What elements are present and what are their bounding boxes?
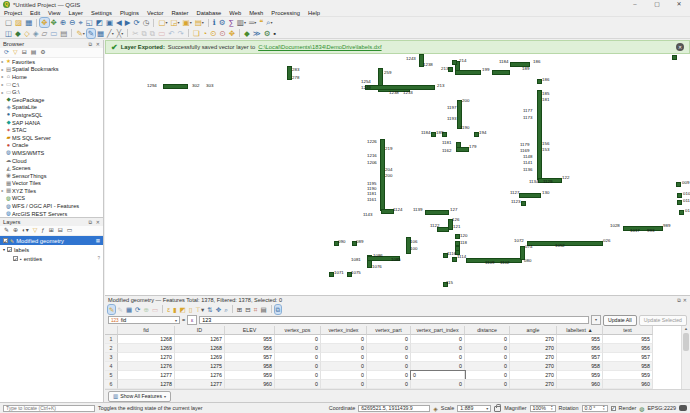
table-cell[interactable]: 1277 bbox=[175, 380, 225, 389]
table-cell[interactable]: 956 bbox=[557, 344, 603, 353]
table-save-edits-icon[interactable]: ▦ bbox=[125, 305, 133, 314]
toggle-editing-icon[interactable]: ✎ bbox=[87, 29, 95, 38]
spin-arrows-icon[interactable]: ▴▾ bbox=[603, 405, 605, 411]
pan-map-icon[interactable]: ✥ bbox=[40, 18, 48, 27]
zoom-in-icon[interactable]: ⊕ bbox=[59, 18, 67, 27]
table-cell[interactable]: 0 bbox=[321, 335, 367, 344]
table-cell[interactable]: 958 bbox=[557, 362, 603, 371]
column-header-id[interactable]: ID bbox=[175, 326, 225, 335]
select-all-icon[interactable]: ▮ bbox=[172, 305, 178, 314]
message-close-icon[interactable]: ✕ bbox=[676, 43, 684, 51]
manage-plugins-icon[interactable]: ⚙ bbox=[263, 29, 272, 38]
lock-scale-icon[interactable] bbox=[494, 406, 501, 412]
exported-file-link[interactable]: C:\Local\Documents\1834\DemoDrive\labels… bbox=[258, 44, 381, 50]
zoom-to-layer-icon[interactable]: ▣ bbox=[105, 18, 114, 27]
table-cell[interactable]: 1269 bbox=[175, 353, 225, 362]
table-cell[interactable]: 0 bbox=[411, 344, 465, 353]
digitize-with-segment-icon[interactable]: ╱▾ bbox=[106, 29, 115, 38]
table-cell[interactable]: 270 bbox=[510, 380, 557, 389]
layer-item-modified-geometry[interactable]: ✎Modified geometry▦ bbox=[0, 236, 103, 245]
attribute-float-icon[interactable]: ⧉ bbox=[677, 297, 681, 304]
table-cell[interactable]: 0 bbox=[367, 380, 411, 389]
refresh-map-icon[interactable]: ⟳ bbox=[133, 18, 141, 27]
current-edits-icon[interactable]: ✎▾ bbox=[75, 29, 85, 38]
extents-icon[interactable]: ◈ bbox=[433, 405, 438, 412]
browser-item-c[interactable]: ▸▭C:\ bbox=[0, 81, 103, 89]
column-header-vertex_part_index[interactable]: vertex_part_index bbox=[411, 326, 465, 335]
table-row[interactable]: 21269126895600000270956956 bbox=[105, 344, 682, 353]
open-layer-styling-icon[interactable]: ✎ bbox=[3, 226, 10, 235]
browser-item-spatialite[interactable]: ◈SpatiaLite bbox=[0, 104, 103, 112]
browser-item-favorites[interactable]: ▸★Favorites bbox=[0, 58, 103, 66]
scroll-up-icon[interactable]: ▲ bbox=[682, 326, 690, 332]
invert-selection-icon[interactable]: ◩ bbox=[179, 305, 187, 314]
table-cell[interactable]: 1270 bbox=[118, 353, 175, 362]
delete-field-icon[interactable]: ⊟ bbox=[244, 305, 251, 314]
table-cell[interactable]: 0 bbox=[321, 362, 367, 371]
table-cell[interactable]: 958 bbox=[225, 362, 275, 371]
browser-item-oracle[interactable]: ●Oracle bbox=[0, 142, 103, 150]
table-cell[interactable]: 957 bbox=[225, 353, 275, 362]
table-cell[interactable]: 0 bbox=[465, 380, 510, 389]
map-tips-icon[interactable]: ❝ bbox=[258, 18, 264, 27]
table-cell[interactable]: 1278 bbox=[118, 380, 175, 389]
table-cell[interactable]: 1276 bbox=[175, 371, 225, 380]
row-number[interactable]: 6 bbox=[105, 380, 118, 389]
browser-item-geopackage[interactable]: ◆GeoPackage bbox=[0, 96, 103, 104]
menu-mesh[interactable]: Mesh bbox=[245, 10, 267, 16]
layers-close-icon[interactable]: ✕ bbox=[96, 219, 100, 225]
zoom-native-icon[interactable]: ⌖ bbox=[77, 18, 83, 27]
table-cell[interactable]: 0 bbox=[321, 371, 367, 380]
data-source-manager-icon[interactable]: ◫ bbox=[4, 29, 13, 38]
new-geopackage-layer-icon[interactable]: ◆ bbox=[14, 29, 22, 38]
table-cell[interactable]: 1269 bbox=[118, 344, 175, 353]
layout-manager-icon[interactable]: ▤ bbox=[59, 29, 68, 38]
browser-item-spatial-bookmarks[interactable]: ▸▤Spatial Bookmarks bbox=[0, 66, 103, 74]
expression-builder-button[interactable]: ε bbox=[187, 315, 197, 325]
magnifier-spin[interactable]: 100% ▴▾ bbox=[530, 405, 556, 412]
maximize-button[interactable]: ▢ bbox=[646, 0, 668, 9]
save-layer-edits-icon[interactable]: ▦ bbox=[96, 29, 105, 38]
table-cell[interactable]: 957 bbox=[557, 353, 603, 362]
table-cell[interactable]: 1275 bbox=[175, 362, 225, 371]
column-header-angle[interactable]: angle bbox=[510, 326, 557, 335]
nominatim-search-icon[interactable]: ⌕▾ bbox=[265, 18, 273, 27]
identify-features-icon[interactable]: ℹ bbox=[212, 18, 217, 27]
column-header-vertex_part[interactable]: vertex_part bbox=[367, 326, 411, 335]
layer-labeling-icon[interactable]: ❏ bbox=[192, 29, 201, 38]
layer-visibility-checkbox[interactable] bbox=[7, 247, 12, 252]
new-field-icon[interactable]: ⊞ bbox=[236, 305, 243, 314]
table-cell[interactable]: 270 bbox=[510, 344, 557, 353]
run-feature-action-icon[interactable]: ⚙ bbox=[218, 18, 227, 27]
open-attribute-table-icon[interactable]: ▥▾ bbox=[236, 18, 247, 27]
row-number[interactable]: 1 bbox=[105, 335, 118, 344]
row-number[interactable]: 3 bbox=[105, 353, 118, 362]
table-cell[interactable]: 0 bbox=[411, 362, 465, 371]
browser-item-wfs-ogc-api-features[interactable]: ◍WFS / OGC API - Features bbox=[0, 202, 103, 210]
table-cell[interactable]: 0 bbox=[465, 344, 510, 353]
menu-raster[interactable]: Raster bbox=[167, 10, 192, 16]
menu-layer[interactable]: Layer bbox=[65, 10, 88, 16]
map-canvas[interactable]: 1294302303283278259125412491238123312431… bbox=[105, 54, 690, 295]
scrollbar-thumb[interactable] bbox=[683, 333, 689, 351]
browser-item-cloud[interactable]: ☁Cloud bbox=[0, 157, 103, 165]
browser-filter-icon[interactable]: ▽ bbox=[12, 48, 19, 57]
new-project-icon[interactable]: ▢ bbox=[4, 18, 13, 27]
table-row[interactable]: 51277127695900000270959959 bbox=[105, 371, 682, 380]
crs-label[interactable]: EPSG:2229 bbox=[648, 405, 676, 411]
filter-selection-icon[interactable]: ⊤▾ bbox=[194, 305, 205, 314]
table-cell[interactable]: 0 bbox=[275, 353, 321, 362]
new-spatialite-layer-icon[interactable]: ◈ bbox=[32, 29, 40, 38]
show-all-features-button[interactable]: ▥ Show All Features ▾ bbox=[108, 391, 171, 402]
browser-options-icon[interactable]: ⚙ bbox=[39, 48, 46, 57]
layer-item-labels[interactable]: ▾labels bbox=[0, 245, 103, 254]
table-cell[interactable]: 0 bbox=[411, 380, 465, 389]
rotation-spin[interactable]: 0.0 ° ▴▾ bbox=[582, 405, 608, 412]
pin-labels-icon[interactable]: ⊙ bbox=[209, 29, 217, 38]
statistical-summary-icon[interactable]: ∑ bbox=[227, 18, 234, 27]
column-header-labeltext[interactable]: labeltext ▲ bbox=[557, 326, 603, 335]
temporal-controller-icon[interactable]: ◷ bbox=[142, 18, 151, 27]
menu-vector[interactable]: Vector bbox=[143, 10, 167, 16]
browser-item-sensorthings[interactable]: ◉SensorThings bbox=[0, 172, 103, 180]
crs-globe-icon[interactable]: ◍ bbox=[639, 405, 644, 412]
